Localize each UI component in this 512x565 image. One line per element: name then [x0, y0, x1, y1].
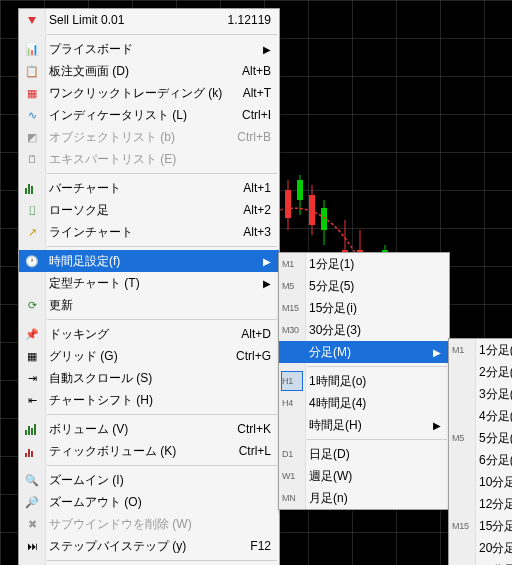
submenu2-tf-item[interactable]: 12分足 (M) — [449, 493, 512, 515]
menu-docking[interactable]: 📌 ドッキング Alt+D — [19, 323, 279, 345]
menu-autoscroll[interactable]: ⇥ 自動スクロール (S) — [19, 367, 279, 389]
menu-indicator-list[interactable]: ∿ インディケータリスト (L) Ctrl+I — [19, 104, 279, 126]
object-list-icon: ◩ — [23, 128, 41, 146]
delete-subwindow-icon: ✖ — [23, 515, 41, 533]
submenu-w1[interactable]: W1 週足(W) — [279, 465, 449, 487]
submenu2-tf-item[interactable]: 20分足(2) — [449, 537, 512, 559]
menu-sell-limit[interactable]: Sell Limit 0.01 1.12119 — [19, 9, 279, 31]
refresh-icon: ⟳ — [23, 296, 41, 314]
submenu2-tf-item[interactable]: M3030分足(3) — [449, 559, 512, 565]
menu-delete-subwindow: ✖ サブウインドウを削除 (W) — [19, 513, 279, 535]
menu-line-chart[interactable]: ↗ ラインチャート Alt+3 — [19, 221, 279, 243]
menu-grid[interactable]: ▦ グリッド (G) Ctrl+G — [19, 345, 279, 367]
submenu-tf-item[interactable]: M55分足(5) — [279, 275, 449, 297]
menu-chartshift[interactable]: ⇤ チャートシフト (H) — [19, 389, 279, 411]
clock-icon: 🕐 — [23, 252, 41, 270]
order-board-icon: 📋 — [23, 62, 41, 80]
submenu-hours[interactable]: 時間足(H) ▶ — [279, 414, 449, 436]
submenu2-tf-item[interactable]: 10分足(0) — [449, 471, 512, 493]
submenu-tf-item[interactable]: M1515分足(i) — [279, 297, 449, 319]
menu-bar-chart[interactable]: バーチャート Alt+1 — [19, 177, 279, 199]
submenu-minutes-detail: M11分足(1)2分足(2)3分足(3)4分足(4)M55分足(5)6分足(6)… — [448, 338, 512, 565]
submenu2-tf-item[interactable]: 6分足(6) — [449, 449, 512, 471]
zoom-in-icon: 🔍 — [23, 471, 41, 489]
candle-icon: ⌷ — [23, 201, 41, 219]
chartshift-icon: ⇤ — [23, 391, 41, 409]
menu-template[interactable]: 定型チャート (T) ▶ — [19, 272, 279, 294]
submenu2-tf-item[interactable]: 3分足(3) — [449, 383, 512, 405]
menu-volume[interactable]: ボリューム (V) Ctrl+K — [19, 418, 279, 440]
menu-object-list: ◩ オブジェクトリスト (b) Ctrl+B — [19, 126, 279, 148]
down-arrow-icon — [23, 11, 41, 29]
line-chart-icon: ↗ — [23, 223, 41, 241]
volume-icon — [23, 420, 41, 438]
menu-candle[interactable]: ⌷ ローソク足 Alt+2 — [19, 199, 279, 221]
submenu2-tf-item[interactable]: 2分足(2) — [449, 361, 512, 383]
submenu-mn[interactable]: MN 月足(n) — [279, 487, 449, 509]
autoscroll-icon: ⇥ — [23, 369, 41, 387]
menu-tick-volume[interactable]: ティックボリューム (K) Ctrl+L — [19, 440, 279, 462]
bar-chart-icon — [23, 179, 41, 197]
submenu2-tf-item[interactable]: M11分足(1) — [449, 339, 512, 361]
menu-refresh[interactable]: ⟳ 更新 — [19, 294, 279, 316]
menu-timeframe[interactable]: 🕐 時間足設定(f) ▶ — [19, 250, 279, 272]
submenu-tf-item[interactable]: M3030分足(3) — [279, 319, 449, 341]
submenu-d1[interactable]: D1 日足(D) — [279, 443, 449, 465]
menu-zoom-out[interactable]: 🔎 ズームアウト (O) — [19, 491, 279, 513]
submenu2-tf-item[interactable]: 4分足(4) — [449, 405, 512, 427]
zoom-out-icon: 🔎 — [23, 493, 41, 511]
submenu-h4[interactable]: H4 4時間足(4) — [279, 392, 449, 414]
step-icon: ⏭ — [23, 537, 41, 555]
submenu2-tf-item[interactable]: M55分足(5) — [449, 427, 512, 449]
submenu-minutes[interactable]: 分足(M) ▶ — [279, 341, 449, 363]
one-click-icon: ▦ — [23, 84, 41, 102]
expert-list-icon: 🗒 — [23, 150, 41, 168]
menu-order-board[interactable]: 📋 板注文画面 (D) Alt+B — [19, 60, 279, 82]
menu-one-click[interactable]: ▦ ワンクリックトレーディング (k) Alt+T — [19, 82, 279, 104]
menu-expert-list: 🗒 エキスパートリスト (E) — [19, 148, 279, 170]
submenu-h1[interactable]: H1 1時間足(o) — [279, 370, 449, 392]
grid-icon: ▦ — [23, 347, 41, 365]
menu-step-by-step[interactable]: ⏭ ステップバイステップ (y) F12 — [19, 535, 279, 557]
menu-zoom-in[interactable]: 🔍 ズームイン (I) — [19, 469, 279, 491]
pin-icon: 📌 — [23, 325, 41, 343]
tick-volume-icon — [23, 442, 41, 460]
context-menu-main: Sell Limit 0.01 1.12119 📊 プライスボード ▶ 📋 板注… — [18, 8, 280, 565]
submenu-timeframe: M11分足(1)M55分足(5)M1515分足(i)M3030分足(3) 分足(… — [278, 252, 450, 510]
indicator-icon: ∿ — [23, 106, 41, 124]
submenu-tf-item[interactable]: M11分足(1) — [279, 253, 449, 275]
submenu2-tf-item[interactable]: M1515分足(i) — [449, 515, 512, 537]
price-board-icon: 📊 — [23, 40, 41, 58]
menu-price-board[interactable]: 📊 プライスボード ▶ — [19, 38, 279, 60]
